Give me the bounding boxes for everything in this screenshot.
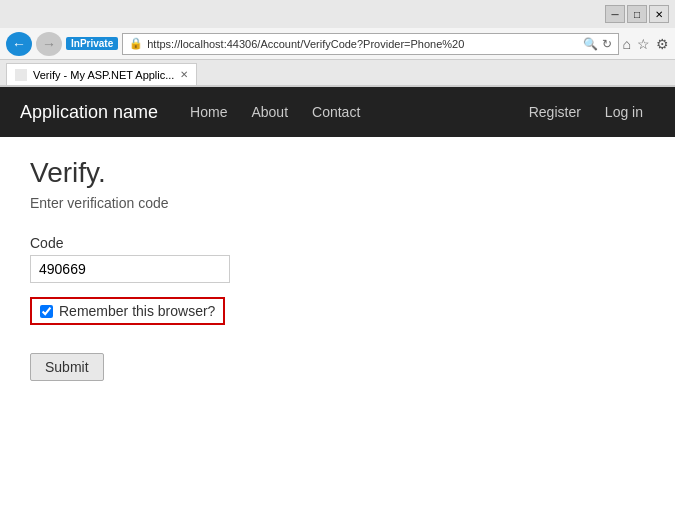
- search-icon: 🔍: [583, 37, 598, 51]
- tab-title: Verify - My ASP.NET Applic...: [33, 69, 174, 81]
- address-bar-icons: 🔍 ↻: [583, 37, 612, 51]
- remember-browser-group: Remember this browser?: [30, 297, 645, 339]
- address-bar[interactable]: 🔒 https://localhost:44306/Account/Verify…: [122, 33, 618, 55]
- restore-button[interactable]: □: [627, 5, 647, 23]
- remember-browser-label[interactable]: Remember this browser?: [30, 297, 225, 325]
- nav-link-register[interactable]: Register: [517, 89, 593, 135]
- nav-bar: ← → InPrivate 🔒 https://localhost:44306/…: [0, 28, 675, 60]
- address-lock-icon: 🔒: [129, 37, 143, 50]
- close-button[interactable]: ✕: [649, 5, 669, 23]
- forward-button[interactable]: →: [36, 32, 62, 56]
- code-label: Code: [30, 235, 645, 251]
- minimize-button[interactable]: ─: [605, 5, 625, 23]
- tab-favicon: [15, 69, 27, 81]
- code-form-group: Code: [30, 235, 645, 283]
- submit-button[interactable]: Submit: [30, 353, 104, 381]
- home-icon[interactable]: ⌂: [623, 36, 631, 52]
- back-button[interactable]: ←: [6, 32, 32, 56]
- code-input[interactable]: [30, 255, 230, 283]
- active-tab[interactable]: Verify - My ASP.NET Applic... ✕: [6, 63, 197, 85]
- title-bar: ─ □ ✕: [0, 0, 675, 28]
- window-controls: ─ □ ✕: [605, 5, 669, 23]
- nav-link-about[interactable]: About: [239, 89, 300, 135]
- nav-link-login[interactable]: Log in: [593, 89, 655, 135]
- main-content: Verify. Enter verification code Code Rem…: [0, 137, 675, 437]
- app-nav-links: Home About Contact: [178, 89, 372, 135]
- app-brand[interactable]: Application name: [20, 87, 158, 138]
- toolbar-icons: ⌂ ☆ ⚙: [623, 36, 669, 52]
- settings-icon[interactable]: ⚙: [656, 36, 669, 52]
- nav-link-contact[interactable]: Contact: [300, 89, 372, 135]
- app-navbar: Application name Home About Contact Regi…: [0, 87, 675, 137]
- tab-close-button[interactable]: ✕: [180, 69, 188, 80]
- remember-browser-checkbox[interactable]: [40, 305, 53, 318]
- tab-bar: Verify - My ASP.NET Applic... ✕: [0, 60, 675, 86]
- inprivate-badge: InPrivate: [66, 37, 118, 50]
- page-subtitle: Enter verification code: [30, 195, 645, 211]
- remember-browser-text: Remember this browser?: [59, 303, 215, 319]
- refresh-icon[interactable]: ↻: [602, 37, 612, 51]
- address-text: https://localhost:44306/Account/VerifyCo…: [147, 38, 578, 50]
- nav-link-home[interactable]: Home: [178, 89, 239, 135]
- browser-chrome: ─ □ ✕ ← → InPrivate 🔒 https://localhost:…: [0, 0, 675, 87]
- favorites-icon[interactable]: ☆: [637, 36, 650, 52]
- app-nav-right: Register Log in: [517, 89, 655, 135]
- page-title: Verify.: [30, 157, 645, 189]
